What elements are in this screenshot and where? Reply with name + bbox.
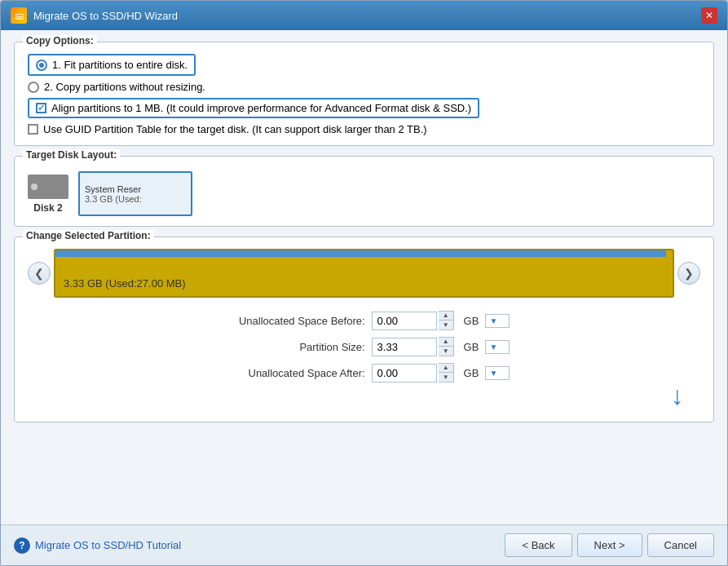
disk-icon bbox=[28, 175, 68, 199]
field-row-partition-size: Partition Size: ▲ ▼ GB ▼ bbox=[60, 337, 668, 356]
spin-btns-before: ▲ ▼ bbox=[439, 311, 454, 330]
checkbox1-box: ✓ bbox=[36, 103, 46, 113]
window-title: Migrate OS to SSD/HD Wizard bbox=[33, 10, 178, 22]
help-link[interactable]: ? Migrate OS to SSD/HD Tutorial bbox=[14, 537, 181, 554]
checkbox2-label: Use GUID Partition Table for the target … bbox=[43, 123, 427, 135]
field-label-unallocated-after: Unallocated Space After: bbox=[218, 367, 365, 379]
copy-options-section: Copy Options: 1. Fit partitions to entir… bbox=[14, 42, 714, 146]
checkbox1-row: ✓ Align partitions to 1 MB. (It could im… bbox=[28, 98, 700, 118]
checkbox2-box bbox=[28, 124, 38, 135]
option2-label: 2. Copy partitions without resizing. bbox=[44, 81, 205, 93]
disk-layout-area: Disk 2 System Reser 3.3 GB (Used: bbox=[28, 168, 700, 216]
change-partition-section: Change Selected Partition: ❮ 3.33 GB (Us… bbox=[14, 237, 714, 422]
option1-radio-circle bbox=[36, 60, 47, 71]
option1-radio-inner bbox=[39, 63, 44, 68]
dropdown-arrow-after: ▼ bbox=[489, 369, 497, 378]
help-icon: ? bbox=[14, 537, 30, 554]
down-arrow-icon: ↓ bbox=[671, 382, 684, 409]
unallocated-before-input[interactable] bbox=[372, 312, 437, 330]
dropdown-arrow-size: ▼ bbox=[489, 343, 497, 352]
title-bar: 🖴 Migrate OS to SSD/HD Wizard ✕ bbox=[1, 1, 727, 30]
option1-radio-selected[interactable]: 1. Fit partitions to entire disk. bbox=[28, 54, 196, 76]
checkmark-icon: ✓ bbox=[38, 103, 45, 113]
unit-label-size: GB bbox=[464, 341, 479, 353]
fields-area: Unallocated Space Before: ▲ ▼ GB ▼ bbox=[28, 311, 700, 382]
footer: ? Migrate OS to SSD/HD Tutorial < Back N… bbox=[1, 524, 727, 565]
option2-row[interactable]: 2. Copy partitions without resizing. bbox=[28, 81, 700, 93]
main-window: 🖴 Migrate OS to SSD/HD Wizard ✕ Copy Opt… bbox=[0, 0, 728, 566]
partition-name: System Reser bbox=[85, 184, 186, 194]
field-input-group-after: ▲ ▼ bbox=[372, 363, 454, 382]
slider-wrapper[interactable]: 3.33 GB (Used:27.00 MB) bbox=[54, 249, 674, 298]
footer-buttons: < Back Next > Cancel bbox=[505, 533, 714, 557]
spin-up-before[interactable]: ▲ bbox=[439, 312, 453, 321]
checkbox1-checked[interactable]: ✓ Align partitions to 1 MB. (It could im… bbox=[28, 98, 479, 118]
field-label-partition-size: Partition Size: bbox=[218, 341, 365, 353]
partition-size: 3.3 GB (Used: bbox=[85, 194, 186, 204]
disk-icon-area: Disk 2 bbox=[28, 175, 68, 214]
spin-down-size[interactable]: ▼ bbox=[439, 347, 453, 356]
spin-up-after[interactable]: ▲ bbox=[439, 364, 453, 373]
checkbox1-label: Align partitions to 1 MB. (It could impr… bbox=[51, 102, 471, 114]
main-content: Copy Options: 1. Fit partitions to entir… bbox=[1, 30, 727, 524]
dropdown-arrow-before: ▼ bbox=[489, 316, 497, 325]
disk-label: Disk 2 bbox=[33, 202, 62, 214]
partition-slider-area: ❮ 3.33 GB (Used:27.00 MB) ❯ bbox=[28, 249, 700, 298]
copy-options-label: Copy Options: bbox=[23, 35, 97, 46]
field-input-group-size: ▲ ▼ bbox=[372, 337, 454, 356]
unallocated-after-input[interactable] bbox=[372, 364, 437, 382]
unit-label-before: GB bbox=[464, 315, 479, 327]
option1-row: 1. Fit partitions to entire disk. bbox=[28, 54, 700, 76]
spin-btns-after: ▲ ▼ bbox=[439, 363, 454, 382]
partition-size-input[interactable] bbox=[372, 338, 437, 356]
change-partition-label: Change Selected Partition: bbox=[23, 230, 154, 241]
unit-dropdown-before[interactable]: ▼ bbox=[485, 314, 510, 328]
field-input-group-before: ▲ ▼ bbox=[372, 311, 454, 330]
app-icon: 🖴 bbox=[11, 7, 27, 24]
unit-dropdown-after[interactable]: ▼ bbox=[485, 366, 510, 380]
option1-label: 1. Fit partitions to entire disk. bbox=[52, 59, 188, 71]
cancel-button[interactable]: Cancel bbox=[647, 533, 714, 557]
unit-label-after: GB bbox=[464, 367, 479, 379]
slider-text: 3.33 GB (Used:27.00 MB) bbox=[64, 277, 186, 290]
field-row-unallocated-before: Unallocated Space Before: ▲ ▼ GB ▼ bbox=[60, 311, 668, 330]
spin-up-size[interactable]: ▲ bbox=[439, 338, 453, 347]
target-disk-section: Target Disk Layout: Disk 2 System Reser … bbox=[14, 156, 714, 227]
help-link-text: Migrate OS to SSD/HD Tutorial bbox=[35, 539, 181, 551]
left-arrow-button[interactable]: ❮ bbox=[28, 262, 51, 285]
spin-btns-size: ▲ ▼ bbox=[439, 337, 454, 356]
right-arrow-button[interactable]: ❯ bbox=[677, 262, 700, 285]
partition-bar[interactable]: System Reser 3.3 GB (Used: bbox=[78, 171, 192, 216]
next-button[interactable]: Next > bbox=[577, 533, 642, 557]
spin-down-before[interactable]: ▼ bbox=[439, 321, 453, 329]
title-bar-left: 🖴 Migrate OS to SSD/HD Wizard bbox=[11, 7, 178, 24]
slider-fill bbox=[55, 250, 666, 257]
close-button[interactable]: ✕ bbox=[701, 7, 717, 24]
field-label-unallocated-before: Unallocated Space Before: bbox=[218, 315, 365, 327]
unit-dropdown-size[interactable]: ▼ bbox=[485, 340, 510, 354]
target-disk-label: Target Disk Layout: bbox=[23, 149, 120, 161]
down-arrow-indicator: ↓ bbox=[28, 382, 700, 409]
spin-down-after[interactable]: ▼ bbox=[439, 373, 453, 382]
field-row-unallocated-after: Unallocated Space After: ▲ ▼ GB ▼ bbox=[60, 363, 668, 382]
back-button[interactable]: < Back bbox=[505, 533, 571, 557]
option2-radio-circle bbox=[28, 82, 39, 93]
checkbox2-row[interactable]: Use GUID Partition Table for the target … bbox=[28, 123, 700, 135]
